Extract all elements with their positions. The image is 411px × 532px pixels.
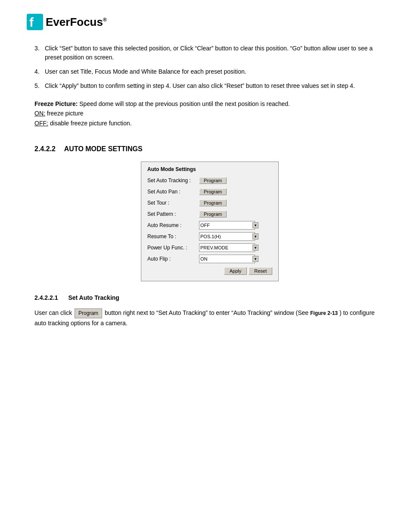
power-up-func-select[interactable]: PREV.MODE bbox=[199, 243, 255, 252]
panel-row-auto-pan: Set Auto Pan : Program bbox=[147, 187, 272, 196]
panel-row-power-up-func: Power Up Func. : PREV.MODE ▼ bbox=[147, 243, 272, 252]
panel-row-set-pattern: Set Pattern : Program bbox=[147, 209, 272, 219]
auto-resume-select-wrapper: OFF ▼ bbox=[199, 221, 259, 230]
auto-pan-program-button[interactable]: Program bbox=[199, 188, 227, 195]
everfocus-logo-icon: f bbox=[26, 13, 44, 31]
auto-flip-label: Auto Flip : bbox=[147, 256, 199, 262]
set-pattern-program-button[interactable]: Program bbox=[199, 211, 227, 218]
panel-row-set-tour: Set Tour : Program bbox=[147, 198, 272, 208]
svg-text:f: f bbox=[29, 15, 34, 29]
list-item-4: 4. User can set Title, Focus Mode and Wh… bbox=[34, 67, 385, 76]
power-up-func-label: Power Up Func. : bbox=[147, 245, 199, 251]
auto-tracking-label: Set Auto Tracking : bbox=[147, 177, 199, 184]
auto-flip-select[interactable]: ON bbox=[199, 255, 255, 263]
freeze-off: OFF: disable freeze picture function. bbox=[34, 118, 385, 128]
auto-resume-select[interactable]: OFF bbox=[199, 221, 255, 230]
panel-title: Auto Mode Settings bbox=[147, 166, 272, 172]
section-2422-number: 2.4.2.2 bbox=[34, 145, 56, 152]
logo-text: EverFocus® bbox=[46, 16, 107, 29]
panel-row-resume-to: Resume To : POS.1(H) ▼ bbox=[147, 232, 272, 241]
list-number-4: 4. bbox=[34, 67, 45, 76]
main-content: 3. Click “Set” button to save this selec… bbox=[34, 44, 385, 328]
list-text-5: Click “Apply” button to confirm setting … bbox=[45, 81, 355, 90]
list-items: 3. Click “Set” button to save this selec… bbox=[34, 44, 385, 90]
on-label: ON: bbox=[34, 110, 45, 117]
freeze-desc-text: Speed dome will stop at the previous pos… bbox=[79, 100, 290, 107]
list-text-3: Click “Set” button to save this selected… bbox=[45, 44, 385, 62]
list-number-5: 5. bbox=[34, 81, 45, 90]
body-paragraph-tracking: User can click Program button right next… bbox=[34, 308, 385, 328]
auto-mode-settings-panel: Auto Mode Settings Set Auto Tracking : P… bbox=[141, 162, 279, 281]
panel-row-auto-resume: Auto Resume : OFF ▼ bbox=[147, 221, 272, 230]
power-up-func-select-wrapper: PREV.MODE ▼ bbox=[199, 243, 259, 252]
set-tour-label: Set Tour : bbox=[147, 200, 199, 206]
on-text: freeze picture bbox=[47, 110, 84, 117]
auto-tracking-program-button[interactable]: Program bbox=[199, 177, 227, 184]
figure-reference: Figure 2-13 bbox=[310, 310, 338, 316]
logo-area: f EverFocus® bbox=[26, 13, 385, 31]
off-text: disable freeze picture function. bbox=[50, 120, 132, 127]
panel-apply-button[interactable]: Apply bbox=[224, 267, 247, 275]
inline-program-btn: Program bbox=[75, 308, 102, 318]
list-text-4: User can set Title, Focus Mode and White… bbox=[45, 67, 246, 76]
auto-pan-label: Set Auto Pan : bbox=[147, 189, 199, 195]
auto-flip-select-wrapper: ON ▼ bbox=[199, 255, 259, 263]
list-item-5: 5. Click “Apply” button to confirm setti… bbox=[34, 81, 385, 90]
resume-to-select[interactable]: POS.1(H) bbox=[199, 232, 255, 241]
resume-to-label: Resume To : bbox=[147, 233, 199, 240]
panel-reset-button[interactable]: Reset bbox=[249, 267, 272, 275]
freeze-on: ON: freeze picture bbox=[34, 109, 385, 118]
subsection-24221-number: 2.4.2.2.1 bbox=[34, 294, 58, 301]
set-pattern-label: Set Pattern : bbox=[147, 211, 199, 217]
auto-resume-label: Auto Resume : bbox=[147, 222, 199, 228]
resume-to-select-wrapper: POS.1(H) ▼ bbox=[199, 232, 259, 241]
panel-row-auto-tracking: Set Auto Tracking : Program bbox=[147, 176, 272, 185]
off-label: OFF: bbox=[34, 120, 48, 127]
para-before-program: User can click bbox=[34, 309, 74, 316]
subsection-24221-title: Set Auto Tracking bbox=[68, 294, 119, 301]
panel-row-auto-flip: Auto Flip : ON ▼ bbox=[147, 254, 272, 264]
section-2422-heading: 2.4.2.2 AUTO MODE SETTINGS bbox=[34, 145, 385, 153]
panel-container: Auto Mode Settings Set Auto Tracking : P… bbox=[34, 162, 385, 281]
section-2422-title: AUTO MODE SETTINGS bbox=[64, 145, 143, 152]
freeze-title: Freeze Picture: bbox=[34, 100, 78, 107]
freeze-description: Freeze Picture: Speed dome will stop at … bbox=[34, 99, 385, 109]
para-after-program: button right next to “Set Auto Tracking”… bbox=[105, 309, 310, 316]
list-number-3: 3. bbox=[34, 44, 45, 62]
subsection-24221-heading: 2.4.2.2.1 Set Auto Tracking bbox=[34, 294, 385, 301]
set-tour-program-button[interactable]: Program bbox=[199, 199, 227, 206]
list-item-3: 3. Click “Set” button to save this selec… bbox=[34, 44, 385, 62]
panel-bottom-row: Apply Reset bbox=[147, 267, 272, 275]
freeze-picture-section: Freeze Picture: Speed dome will stop at … bbox=[34, 99, 385, 128]
